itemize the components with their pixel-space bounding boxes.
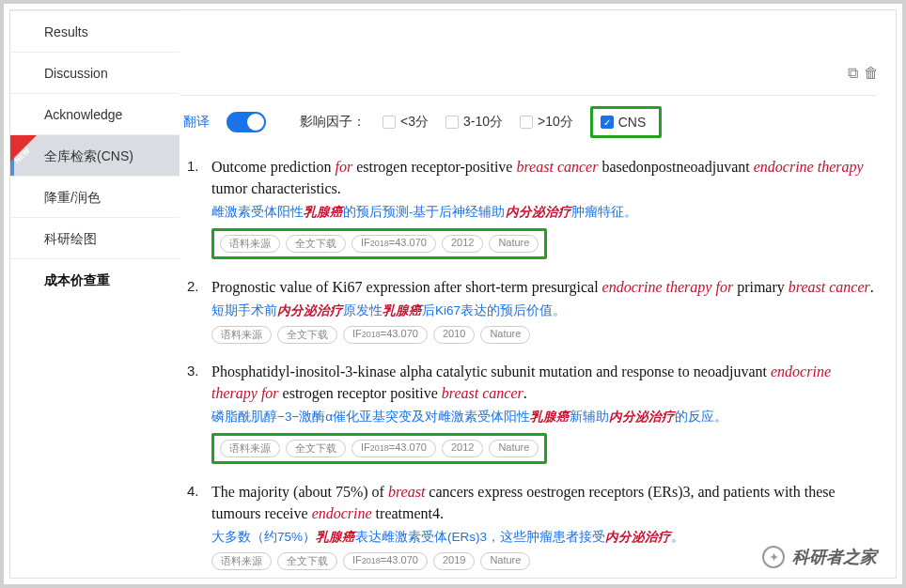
wechat-icon: ✦	[762, 546, 785, 568]
result-number: 4.	[187, 483, 199, 499]
result-translation: 雌激素受体阳性乳腺癌的预后预测-基于后神经辅助内分泌治疗肿瘤特征。	[211, 203, 879, 222]
main-panel: ⧉ 🗑 翻译 影响因子： <3分 3-10分 >10分 ✓CNS 1.Outco…	[180, 10, 896, 578]
result-translation: 短期手术前内分泌治疗原发性乳腺癌后Ki67表达的预后价值。	[211, 302, 879, 320]
copy-icon[interactable]: ⧉	[848, 65, 858, 82]
tag-source[interactable]: 语料来源	[211, 552, 272, 570]
result-number: 3.	[187, 363, 199, 379]
new-badge: NEW	[10, 135, 37, 162]
result-number: 1.	[187, 158, 199, 174]
result-title[interactable]: Phosphatidyl-inositol-3-kinase alpha cat…	[211, 361, 879, 404]
filter-gt10[interactable]: >10分	[520, 114, 573, 131]
translate-label: 翻译	[183, 114, 210, 131]
sidebar-item-results[interactable]: Results	[10, 10, 180, 52]
impact-factor-label: 影响因子：	[300, 114, 366, 131]
sidebar: Results Discussion Acknowledge NEW 全库检索(…	[10, 10, 180, 578]
divider	[180, 95, 875, 96]
tag-year[interactable]: 2019	[433, 552, 475, 570]
tag-journal[interactable]: Nature	[489, 235, 539, 253]
filter-lt3[interactable]: <3分	[383, 114, 429, 131]
top-icons: ⧉ 🗑	[848, 65, 879, 82]
sidebar-item-cns-search[interactable]: NEW 全库检索(CNS)	[10, 134, 180, 176]
translate-toggle[interactable]	[226, 112, 266, 132]
app-inner: Results Discussion Acknowledge NEW 全库检索(…	[9, 9, 897, 579]
result-item: 1.Outcome prediction for estrogen recept…	[187, 156, 879, 259]
tag-journal[interactable]: Nature	[480, 552, 530, 570]
filter-row: 翻译 影响因子： <3分 3-10分 >10分 ✓CNS	[180, 106, 879, 138]
result-title[interactable]: The majority (about 75%) of breast cance…	[211, 481, 879, 524]
tag-download[interactable]: 全文下载	[286, 235, 346, 253]
filter-cns[interactable]: ✓CNS	[590, 106, 663, 138]
result-title[interactable]: Prognostic value of Ki67 expression afte…	[211, 276, 879, 298]
watermark: ✦ 科研者之家	[762, 546, 877, 568]
result-item: 3.Phosphatidyl-inositol-3-kinase alpha c…	[187, 361, 879, 464]
tag-download[interactable]: 全文下载	[277, 552, 337, 570]
result-title[interactable]: Outcome prediction for estrogen receptor…	[211, 156, 879, 199]
result-translation: 大多数（约75%）乳腺癌表达雌激素受体(ERs)3，这些肿瘤患者接受内分泌治疗。	[211, 528, 879, 547]
app-frame: Results Discussion Acknowledge NEW 全库检索(…	[0, 0, 906, 588]
result-number: 2.	[187, 278, 199, 294]
sidebar-item-plagiarism[interactable]: 成本价查重	[10, 258, 180, 300]
tag-impact-factor[interactable]: IF2018=43.070	[351, 440, 436, 457]
sidebar-item-rewrite[interactable]: 降重/润色	[10, 176, 180, 217]
results-list: 1.Outcome prediction for estrogen recept…	[187, 156, 879, 578]
sidebar-item-discussion[interactable]: Discussion	[10, 52, 180, 93]
sidebar-item-acknowledge[interactable]: Acknowledge	[10, 93, 180, 134]
tag-year[interactable]: 2010	[433, 326, 475, 344]
tag-source[interactable]: 语料来源	[220, 235, 280, 253]
delete-icon[interactable]: 🗑	[864, 65, 879, 82]
result-item: 2.Prognostic value of Ki67 expression af…	[187, 276, 879, 344]
tag-year[interactable]: 2012	[442, 440, 483, 457]
result-translation: 磷脂酰肌醇−3−激酶α催化亚基突变及对雌激素受体阳性乳腺癌新辅助内分泌治疗的反应…	[211, 408, 879, 426]
result-tags: 语料来源全文下载IF2018=43.0702012Nature	[211, 433, 547, 464]
filter-3-10[interactable]: 3-10分	[445, 114, 503, 131]
tag-year[interactable]: 2012	[442, 235, 483, 253]
tag-impact-factor[interactable]: IF2018=43.070	[343, 552, 428, 570]
tag-impact-factor[interactable]: IF2018=43.070	[343, 326, 428, 344]
tag-download[interactable]: 全文下载	[286, 440, 346, 457]
tag-source[interactable]: 语料来源	[211, 326, 272, 344]
sidebar-item-label: 全库检索(CNS)	[44, 148, 133, 163]
tag-journal[interactable]: Nature	[480, 326, 530, 344]
tag-impact-factor[interactable]: IF2018=43.070	[351, 235, 436, 253]
sidebar-item-figures[interactable]: 科研绘图	[10, 217, 180, 258]
tag-journal[interactable]: Nature	[489, 440, 539, 457]
tag-download[interactable]: 全文下载	[277, 326, 337, 344]
tag-source[interactable]: 语料来源	[220, 440, 280, 457]
result-tags: 语料来源全文下载IF2018=43.0702012Nature	[211, 228, 547, 259]
result-tags: 语料来源全文下载IF2018=43.0702010Nature	[211, 326, 879, 344]
